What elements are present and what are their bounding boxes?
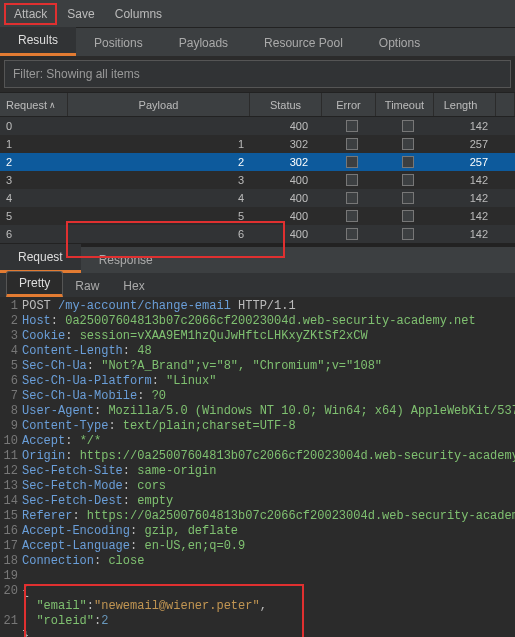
main-tabs: Results Positions Payloads Resource Pool… (0, 28, 515, 56)
tab-pretty[interactable]: Pretty (6, 271, 63, 297)
col-status[interactable]: Status (250, 93, 322, 116)
view-tabs: Pretty Raw Hex (0, 273, 515, 297)
tab-options[interactable]: Options (361, 30, 438, 56)
menu-attack[interactable]: Attack (4, 3, 57, 25)
error-checkbox[interactable] (346, 120, 358, 132)
table-row[interactable]: 66400142 (0, 225, 515, 243)
tab-positions[interactable]: Positions (76, 30, 161, 56)
tab-resource-pool[interactable]: Resource Pool (246, 30, 361, 56)
tab-raw[interactable]: Raw (63, 275, 111, 297)
filter-bar[interactable]: Filter: Showing all items (4, 60, 511, 88)
tab-response[interactable]: Response (81, 247, 171, 273)
table-row[interactable]: 22302257 (0, 153, 515, 171)
table-row[interactable]: 11302257 (0, 135, 515, 153)
error-checkbox[interactable] (346, 138, 358, 150)
request-response-tabs: Request Response (0, 247, 515, 273)
col-request[interactable]: Request∧ (0, 93, 68, 116)
table-row[interactable]: 0400142 (0, 117, 515, 135)
timeout-checkbox[interactable] (402, 138, 414, 150)
error-checkbox[interactable] (346, 156, 358, 168)
tab-hex[interactable]: Hex (111, 275, 156, 297)
col-payload[interactable]: Payload (68, 93, 250, 116)
error-checkbox[interactable] (346, 174, 358, 186)
col-length[interactable]: Length (434, 93, 496, 116)
results-table: Request∧ Payload Status Error Timeout Le… (0, 92, 515, 243)
error-checkbox[interactable] (346, 228, 358, 240)
timeout-checkbox[interactable] (402, 156, 414, 168)
timeout-checkbox[interactable] (402, 192, 414, 204)
sort-caret-icon: ∧ (49, 100, 56, 110)
col-error[interactable]: Error (322, 93, 376, 116)
request-editor[interactable]: 1POST /my-account/change-email HTTP/1.1 … (0, 297, 515, 637)
table-row[interactable]: 33400142 (0, 171, 515, 189)
table-header: Request∧ Payload Status Error Timeout Le… (0, 93, 515, 117)
tab-request[interactable]: Request (0, 244, 81, 273)
error-checkbox[interactable] (346, 210, 358, 222)
timeout-checkbox[interactable] (402, 120, 414, 132)
tab-payloads[interactable]: Payloads (161, 30, 246, 56)
col-timeout[interactable]: Timeout (376, 93, 434, 116)
menu-bar: Attack Save Columns (0, 0, 515, 28)
error-checkbox[interactable] (346, 192, 358, 204)
timeout-checkbox[interactable] (402, 210, 414, 222)
table-row[interactable]: 44400142 (0, 189, 515, 207)
timeout-checkbox[interactable] (402, 174, 414, 186)
table-row[interactable]: 55400142 (0, 207, 515, 225)
tab-results[interactable]: Results (0, 27, 76, 56)
menu-save[interactable]: Save (57, 3, 104, 25)
menu-columns[interactable]: Columns (105, 3, 172, 25)
timeout-checkbox[interactable] (402, 228, 414, 240)
